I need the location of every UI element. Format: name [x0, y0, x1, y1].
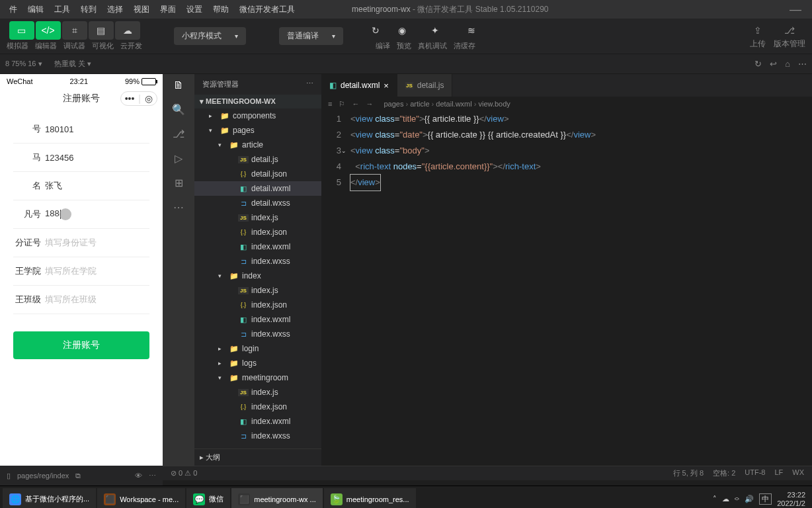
device-scale[interactable]: 8 75% 16 ▾	[5, 60, 42, 68]
close-icon[interactable]: ×	[384, 81, 389, 91]
copy-icon[interactable]: ⧉	[75, 472, 81, 480]
sound-icon[interactable]: 🔊	[745, 495, 754, 503]
file-item[interactable]: ⊐index.wxss	[194, 327, 321, 341]
breadcrumb-item[interactable]: article	[410, 100, 429, 108]
cloud-icon[interactable]: ☁	[722, 495, 729, 503]
folder-item[interactable]: ▸📁login	[194, 341, 321, 356]
upload-button[interactable]: ⇪上传	[749, 22, 767, 50]
folder-item[interactable]: ▾📁index	[194, 269, 321, 283]
more-icon[interactable]: ⋯	[798, 59, 807, 69]
form-input[interactable]: 张飞	[45, 180, 149, 192]
folder-item[interactable]: ▾📁article	[194, 138, 321, 152]
menu-item[interactable]: 微信开发者工具	[235, 3, 299, 17]
file-item[interactable]: {.}detail.json	[194, 167, 321, 181]
version-mgmt-button[interactable]: ⎇版本管理	[774, 22, 805, 50]
file-item[interactable]: {.}index.json	[194, 225, 321, 239]
form-input[interactable]: 填写所在班级	[45, 294, 149, 306]
file-item[interactable]: JSindex.js	[194, 210, 321, 225]
wifi-icon[interactable]: ⌔	[735, 495, 739, 503]
refresh-icon[interactable]: ↻	[754, 59, 762, 69]
explorer-icon[interactable]: 🗎	[173, 79, 184, 91]
back-icon[interactable]: ↩	[770, 59, 777, 69]
tray-up-icon[interactable]: ˄	[713, 495, 717, 503]
misc-icon[interactable]: ⋯	[173, 201, 184, 214]
ime-indicator[interactable]: 中	[759, 493, 772, 505]
cursor-position[interactable]: 行 5, 列 8	[673, 468, 704, 478]
explorer-more-icon[interactable]: ⋯	[306, 79, 313, 89]
file-item[interactable]: JSdetail.js	[194, 152, 321, 167]
eye-icon[interactable]: 👁	[135, 472, 142, 480]
visual-toggle[interactable]: ▤	[89, 21, 114, 40]
git-icon[interactable]: ⎇	[173, 128, 184, 140]
menu-item[interactable]: 编辑	[24, 3, 48, 17]
bookmark-icon[interactable]: ⚐	[339, 100, 345, 108]
home-icon[interactable]: ⌂	[785, 59, 790, 69]
form-row[interactable]: 分证号填写身份证号	[13, 229, 149, 257]
editor-toggle[interactable]: </>	[36, 21, 61, 40]
clearcache-button[interactable]: ≋	[456, 21, 487, 40]
file-item[interactable]: {.}index.json	[194, 298, 321, 312]
debug-icon[interactable]: ▷	[175, 152, 183, 165]
form-row[interactable]: 马123456	[13, 144, 149, 172]
file-item[interactable]: JSindex.js	[194, 283, 321, 298]
form-row[interactable]: 号180101	[13, 115, 149, 144]
form-input[interactable]: 填写身份证号	[45, 237, 149, 249]
indent-info[interactable]: 空格: 2	[713, 468, 735, 478]
clock[interactable]: 23:22 2022/1/2	[777, 491, 805, 508]
editor-tab[interactable]: ◧detail.wxml×	[321, 74, 397, 97]
menu-item[interactable]: 界面	[156, 3, 180, 17]
file-item[interactable]: ⊐index.wxss	[194, 254, 321, 269]
file-item[interactable]: ◧index.wxml	[194, 239, 321, 254]
form-row[interactable]: 名张飞	[13, 172, 149, 200]
submit-button[interactable]: 注册账号	[13, 331, 149, 359]
taskbar-task[interactable]: 🌐基于微信小程序的...	[3, 488, 96, 509]
breadcrumb-item[interactable]: view.body	[479, 100, 510, 108]
menu-icon[interactable]: ≡	[328, 100, 332, 108]
file-item[interactable]: JSindex.js	[194, 385, 321, 400]
form-input[interactable]: 填写所在学院	[45, 265, 149, 277]
nav-fwd-icon[interactable]: →	[366, 100, 373, 108]
file-item[interactable]: ◧index.wxml	[194, 312, 321, 327]
folder-item[interactable]: ▾📁meetingroom	[194, 370, 321, 385]
file-item[interactable]: {.}index.json	[194, 400, 321, 414]
debugger-toggle[interactable]: ⌗	[62, 21, 87, 40]
page-path[interactable]: pages/reg/index	[17, 472, 69, 480]
simulator-toggle[interactable]: ▭	[9, 21, 34, 40]
menu-item[interactable]: 件	[5, 3, 21, 17]
more-dots-icon[interactable]: •••	[125, 93, 135, 104]
file-item[interactable]: ◧detail.wxml	[194, 181, 321, 196]
menu-item[interactable]: 转到	[77, 3, 101, 17]
menu-item[interactable]: 视图	[130, 3, 153, 17]
footer-more-icon[interactable]: ⋯	[149, 472, 156, 480]
nav-back-icon[interactable]: ←	[352, 100, 359, 108]
project-root[interactable]: ▾ MEETINGROOM-WX	[194, 95, 321, 108]
form-row[interactable]: 王学院填写所在学院	[13, 257, 149, 286]
taskbar-task[interactable]: 🍃meetingroom_res...	[324, 488, 416, 509]
realdebug-button[interactable]: ✦	[416, 21, 454, 40]
menu-item[interactable]: 帮助	[209, 3, 233, 17]
compile-select[interactable]: 普通编译	[279, 27, 343, 45]
eol-info[interactable]: LF	[774, 468, 783, 478]
taskbar-task[interactable]: ⬛meetingroom-wx ...	[231, 488, 323, 509]
preview-button[interactable]: ◉	[389, 21, 415, 40]
form-input[interactable]: 180101	[45, 124, 149, 134]
language-info[interactable]: WX	[792, 468, 804, 478]
capsule-button[interactable]: ••• | ◎	[120, 91, 157, 106]
folder-item[interactable]: ▸📁components	[194, 108, 321, 123]
breadcrumb-item[interactable]: pages	[384, 100, 403, 108]
menu-item[interactable]: 工具	[50, 3, 74, 17]
outline-section[interactable]: ▸ 大纲	[194, 448, 321, 466]
taskbar-task[interactable]: 💬微信	[186, 488, 230, 509]
folder-item[interactable]: ▾📁pages	[194, 123, 321, 138]
minimize-button[interactable]: —	[784, 3, 807, 17]
mode-select[interactable]: 小程序模式	[174, 27, 246, 45]
target-icon[interactable]: ◎	[145, 93, 153, 104]
editor-tab[interactable]: JSdetail.js	[397, 74, 452, 97]
file-item[interactable]: ⊐detail.wxss	[194, 196, 321, 210]
form-row[interactable]: 凡号188	[13, 200, 149, 229]
file-item[interactable]: ◧index.wxml	[194, 414, 321, 429]
file-item[interactable]: ⊐index.wxss	[194, 429, 321, 443]
problems-count[interactable]: ⊘ 0 ⚠ 0	[171, 469, 197, 478]
form-input[interactable]: 123456	[45, 153, 149, 163]
form-input[interactable]: 188	[45, 208, 149, 220]
